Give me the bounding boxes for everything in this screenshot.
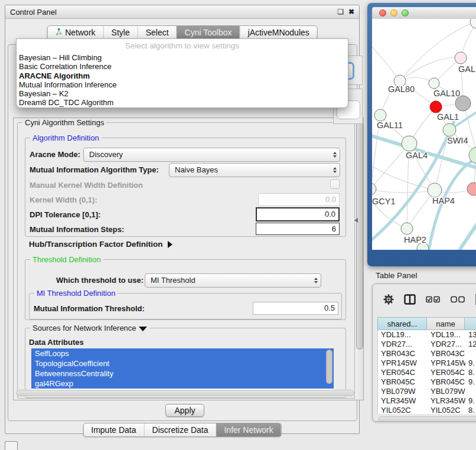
which-threshold-combo[interactable]: MI Threshold <box>145 273 321 288</box>
tab-select[interactable]: Select <box>138 26 177 39</box>
algorithm-option-mutual-information-inference[interactable]: Mutual Information Inference <box>17 80 348 89</box>
bottom-tabbar: Impute DataDiscretize DataInfer Network <box>83 423 281 437</box>
tab-label: Cyni Toolbox <box>185 28 232 37</box>
network-node-hap4[interactable] <box>428 183 442 197</box>
algorithm-option-bayesian-hill-climbing[interactable]: Bayesian – Hill Climbing <box>17 53 348 62</box>
network-node[interactable] <box>470 19 476 28</box>
column-header-shared[interactable]: shared... <box>377 317 427 330</box>
select-all-checkboxes-icon[interactable] <box>426 296 441 303</box>
hub-definition-toggle[interactable]: Hub/Transcription Factor Definition <box>29 240 172 249</box>
algorithm-option-bayesian-k2[interactable]: Bayesian – K2 <box>17 89 348 98</box>
columns-icon[interactable] <box>404 294 416 305</box>
tab-label: Network <box>65 28 95 37</box>
main-tabbar: NetworkStyleSelectCyni ToolboxjActiveMNo… <box>47 25 318 40</box>
tab-infer-network[interactable]: Infer Network <box>216 423 281 436</box>
column-header-a[interactable]: A <box>465 317 476 330</box>
table-cell <box>465 349 476 358</box>
table-row[interactable]: YDL19...YDL19...13 <box>378 330 476 340</box>
table-cell: YLR345W <box>428 396 465 406</box>
network-tab-icon <box>55 28 62 37</box>
table-cell: 8. <box>465 368 476 377</box>
network-edge[interactable] <box>372 44 400 81</box>
tab-cyni-toolbox[interactable]: Cyni Toolbox <box>177 26 240 39</box>
hub-definition-label: Hub/Transcription Factor Definition <box>29 240 163 249</box>
settings-hscrollbar[interactable] <box>16 390 354 396</box>
table-cell: YDR27... <box>378 340 428 349</box>
table-cell: YLR345W <box>378 396 428 406</box>
table-body: YDL19...YDL19...13YDR27...YDR27...12YBR0… <box>377 330 476 414</box>
attribute-item-betweennesscentrality[interactable]: BetweennessCentrality <box>31 369 334 379</box>
deselect-all-checkboxes-icon[interactable] <box>451 296 465 303</box>
network-node-label: GAL4 <box>406 151 428 160</box>
data-attributes-label: Data Attributes <box>29 338 84 347</box>
network-node-label: HAP2 <box>404 235 426 244</box>
tab-jactivemnodules[interactable]: jActiveMNodules <box>240 26 317 39</box>
mi-threshold-field[interactable]: 0.5 <box>253 302 338 315</box>
network-node-gal11[interactable] <box>374 109 386 121</box>
algorithm-option-aracne-algorithm[interactable]: ARACNE Algorithm <box>17 71 348 80</box>
attribute-items: SelfLoopsTopologicalCoefficientBetweenne… <box>31 348 334 389</box>
attribute-list-scrollbar-thumb[interactable] <box>326 350 332 384</box>
table-row[interactable]: YDR27...YDR27...12 <box>378 340 476 349</box>
attribute-item-selfloops[interactable]: SelfLoops <box>31 348 334 358</box>
settings-scrollbar-track[interactable] <box>354 118 363 400</box>
algorithm-option-basic-correlation-inference[interactable]: Basic Correlation Inference <box>17 62 348 71</box>
table-row[interactable]: YBR043CYBR043C <box>378 349 476 358</box>
aracne-mode-combo[interactable]: Discovery <box>83 148 340 162</box>
table-row[interactable]: YER054CYER054C8. <box>378 368 476 377</box>
tab-label: jActiveMNodules <box>248 28 309 37</box>
gear-icon[interactable] <box>383 294 394 305</box>
network-edge[interactable] <box>459 217 476 250</box>
table-row[interactable]: YBL079WYBL079W <box>378 387 476 396</box>
minimize-window-icon[interactable] <box>390 9 397 17</box>
tab-network[interactable]: Network <box>47 26 103 39</box>
attribute-item-topologicalcoefficient[interactable]: TopologicalCoefficient <box>31 358 334 369</box>
zoom-window-icon[interactable] <box>402 9 409 17</box>
table-row[interactable]: YLR345WYLR345W9. <box>378 396 476 406</box>
mi-type-combo[interactable]: Naive Bayes <box>169 163 340 177</box>
dpi-tolerance-field[interactable]: 0.0 <box>256 207 340 221</box>
network-node-label: GAL10 <box>433 89 460 98</box>
divider-collapse-icon[interactable] <box>354 218 358 223</box>
table-cell: YBR045C <box>428 377 465 387</box>
network-node-y[interactable] <box>467 182 476 195</box>
network-edge[interactable] <box>372 190 435 193</box>
network-node-gal[interactable] <box>455 52 467 64</box>
apply-button[interactable]: Apply <box>165 404 204 417</box>
network-node-hap2[interactable] <box>401 223 413 234</box>
network-node-gcy1[interactable] <box>372 183 376 195</box>
settings-scrollbar-thumb[interactable] <box>356 121 363 350</box>
close-window-icon[interactable] <box>379 9 386 17</box>
tab-discretize-data[interactable]: Discretize Data <box>144 423 216 436</box>
network-node-label: GAL11 <box>377 120 403 130</box>
float-panel-icon[interactable]: ❏ <box>337 8 344 15</box>
network-node-swi4[interactable] <box>443 123 456 136</box>
manual-kernel-checkbox[interactable] <box>330 180 340 189</box>
tab-impute-data[interactable]: Impute Data <box>83 423 144 436</box>
minimized-panel-chip[interactable] <box>5 441 18 450</box>
attribute-item-gal4rgexp[interactable]: gal4RGexp <box>31 379 334 389</box>
tab-style[interactable]: Style <box>103 26 138 39</box>
table-hscrollbar[interactable] <box>379 416 476 422</box>
column-header-name[interactable]: name <box>427 317 465 330</box>
kernel-width-field[interactable]: 0.0 <box>258 193 340 206</box>
table-row[interactable]: YIL052CYIL052C8. <box>378 406 476 414</box>
mi-steps-field[interactable]: 6 <box>256 223 340 235</box>
table-cell <box>465 387 476 396</box>
table-window: shared...nameA YDL19...YDL19...13YDR27..… <box>372 283 476 422</box>
table-row[interactable]: YBR045CYBR045C9. <box>378 377 476 387</box>
table-row[interactable]: YPR145WYPR145W9. <box>378 358 476 368</box>
table-cell: YDL19... <box>428 330 465 340</box>
network-node-gal1[interactable] <box>430 101 442 113</box>
network-node-gal4[interactable] <box>402 136 417 151</box>
table-cell: 13 <box>465 330 476 340</box>
network-node-gal10[interactable] <box>429 78 439 89</box>
network-canvas[interactable]: GALGAL80GAL10GAL1GAL11SWI4GAL4GCY1HAP4YH… <box>372 19 476 250</box>
sources-title-text[interactable]: Sources for Network Inference <box>32 324 136 332</box>
network-edge[interactable] <box>400 57 461 81</box>
algorithm-option-dream8-dc-tdc-algorithm[interactable]: Dream8 DC_TDC Algorithm <box>17 98 348 107</box>
network-edge[interactable] <box>372 144 409 189</box>
attribute-list[interactable]: SelfLoopsTopologicalCoefficientBetweenne… <box>31 348 334 392</box>
table-cell: 12 <box>465 340 476 349</box>
close-panel-icon[interactable]: ✖ <box>348 8 354 15</box>
